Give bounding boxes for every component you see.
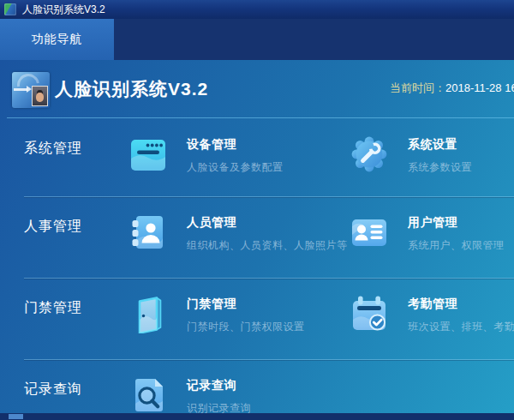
- launcher-user-management[interactable]: 用户管理 系统用户、权限管理: [350, 213, 505, 253]
- app-window: 人脸识别系统V3.2 功能导航 人脸识别系统V3.2 当前时间：2018-11-…: [0, 0, 514, 420]
- item-subtitle: 班次设置、排班、考勤报表查询: [408, 320, 514, 334]
- logo-face-photo: [32, 86, 48, 106]
- launcher-record-query[interactable]: 记录查询 识别记录查询: [128, 375, 251, 416]
- logo-face: [36, 93, 44, 102]
- status-bar-grip: [9, 414, 23, 419]
- main-area: 人脸识别系统V3.2 当前时间：2018-11-28 16 系统管理: [0, 60, 514, 420]
- current-time: 当前时间：2018-11-28 16: [390, 81, 514, 96]
- launcher-personnel-management[interactable]: 人员管理 组织机构、人员资料、人脸照片等: [128, 213, 348, 253]
- settings-gear-icon: [350, 135, 389, 174]
- item-subtitle: 人脸设备及参数配置: [187, 160, 284, 175]
- item-subtitle: 门禁时段、门禁权限设置: [187, 320, 305, 334]
- id-card-icon: [350, 213, 389, 252]
- tab-function-navigation[interactable]: 功能导航: [0, 19, 114, 60]
- page-title: 人脸识别系统V3.2: [55, 77, 208, 101]
- logo-arrow-icon: [14, 88, 27, 91]
- launcher-access-control[interactable]: 门禁管理 门禁时段、门禁权限设置: [128, 294, 305, 334]
- record-search-icon: [128, 375, 168, 415]
- time-label: 当前时间：: [390, 81, 445, 94]
- header: 人脸识别系统V3.2 当前时间：2018-11-28 16: [0, 60, 514, 118]
- section-access-control: 门禁管理 门禁管理: [0, 278, 514, 359]
- status-bar: [0, 413, 514, 420]
- section-system-management: 系统管理: [0, 118, 514, 196]
- item-subtitle: 组织机构、人员资料、人脸照片等: [187, 238, 348, 253]
- item-title: 门禁管理: [187, 297, 305, 312]
- window-title: 人脸识别系统V3.2: [22, 3, 105, 17]
- app-logo: [12, 72, 50, 108]
- item-subtitle: 系统参数设置: [408, 160, 472, 175]
- item-title: 考勤管理: [408, 297, 514, 312]
- title-bar: 人脸识别系统V3.2: [0, 0, 514, 19]
- item-subtitle: 系统用户、权限管理: [408, 238, 505, 253]
- section-personnel-management: 人事管理: [0, 196, 514, 278]
- item-title: 设备管理: [187, 137, 284, 153]
- section-label: 记录查询: [24, 381, 82, 399]
- section-record-query: 记录查询: [0, 359, 514, 416]
- door-icon: [128, 294, 168, 333]
- tab-bar: 功能导航: [0, 19, 514, 60]
- app-icon: [4, 3, 16, 15]
- device-icon: [128, 135, 168, 174]
- launcher-system-settings[interactable]: 系统设置 系统参数设置: [350, 135, 472, 175]
- item-title: 系统设置: [408, 137, 472, 153]
- item-title: 记录查询: [187, 378, 251, 393]
- section-label: 系统管理: [24, 140, 82, 158]
- calendar-check-icon: [350, 294, 389, 333]
- section-label: 门禁管理: [24, 299, 82, 317]
- launcher-device-management[interactable]: 设备管理 人脸设备及参数配置: [128, 135, 284, 175]
- item-title: 人员管理: [187, 215, 348, 231]
- address-book-icon: [128, 213, 168, 252]
- section-label: 人事管理: [24, 218, 82, 236]
- item-title: 用户管理: [408, 215, 505, 231]
- time-value: 2018-11-28 16: [445, 81, 514, 94]
- launcher-attendance-management[interactable]: 考勤管理 班次设置、排班、考勤报表查询: [350, 294, 514, 334]
